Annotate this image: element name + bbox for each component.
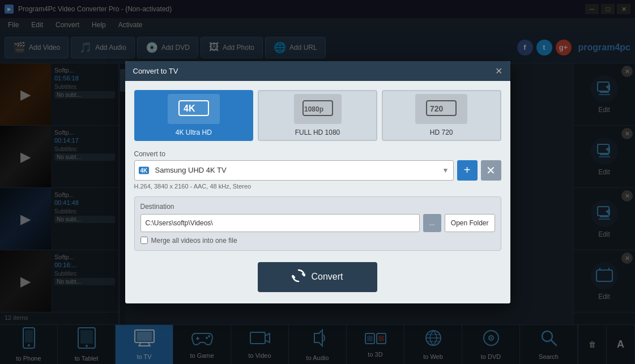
codec-info: H.264, 3840 x 2160 - AAC, 48 kHz, Stereo	[134, 183, 501, 190]
convert-button[interactable]: Convert	[258, 262, 377, 292]
convert-btn-wrap: Convert	[134, 258, 501, 294]
select-arrow-icon: ▼	[442, 166, 449, 174]
modal-close-button[interactable]: ✕	[495, 66, 502, 76]
4k-badge-icon: 4K	[139, 166, 150, 174]
convert-to-tv-modal: Convert to TV ✕ 4K 4K Ultra HD	[125, 61, 510, 303]
quality-4k-label: 4K Ultra HD	[176, 129, 212, 136]
merge-label: Merge all videos into one file	[151, 237, 237, 245]
modal-header: Convert to TV ✕	[125, 61, 510, 81]
quality-1080-label: FULL HD 1080	[295, 129, 340, 136]
open-folder-button[interactable]: Open Folder	[445, 214, 495, 232]
quality-1080-icon-wrap: 1080p	[294, 94, 342, 124]
convert-btn-label: Convert	[311, 272, 343, 282]
convert-svg	[292, 269, 305, 282]
modal-overlay: Convert to TV ✕ 4K 4K Ultra HD	[0, 0, 635, 364]
convert-select-wrap: 4K Samsung UHD 4K TV ▼	[134, 160, 454, 181]
modal-body: 4K 4K Ultra HD 1080p FULL HD 1080	[125, 81, 510, 303]
merge-row: Merge all videos into one file	[140, 237, 495, 245]
convert-to-section: Convert to 4K Samsung UHD 4K TV ▼ + ✕ H.…	[134, 150, 501, 190]
quality-720-button[interactable]: 720 HD 720	[382, 90, 501, 141]
destination-input[interactable]	[140, 214, 420, 232]
svg-text:1080p: 1080p	[304, 105, 323, 113]
add-profile-button[interactable]: +	[457, 160, 478, 181]
convert-to-select[interactable]: Samsung UHD 4K TV	[134, 160, 454, 181]
modal-title: Convert to TV	[133, 67, 178, 75]
convert-to-row: 4K Samsung UHD 4K TV ▼ + ✕	[134, 160, 501, 181]
quality-720-icon-wrap: 720	[415, 94, 467, 124]
quality-720-label: HD 720	[430, 129, 453, 136]
1080-icon: 1080p	[301, 99, 335, 118]
convert-to-label: Convert to	[134, 150, 501, 158]
merge-checkbox[interactable]	[140, 237, 148, 244]
720-icon: 720	[424, 99, 458, 118]
delete-profile-button[interactable]: ✕	[481, 160, 501, 181]
quality-4k-icon-wrap: 4K	[168, 94, 220, 124]
destination-row: ... Open Folder	[140, 214, 495, 232]
quality-options: 4K 4K Ultra HD 1080p FULL HD 1080	[134, 90, 501, 141]
quality-1080-button[interactable]: 1080p FULL HD 1080	[258, 90, 377, 141]
svg-text:720: 720	[430, 104, 444, 113]
svg-text:4K: 4K	[184, 104, 195, 113]
convert-icon	[292, 269, 305, 285]
destination-label: Destination	[140, 203, 495, 211]
4k-icon: 4K	[177, 99, 211, 118]
destination-section: Destination ... Open Folder Merge all vi…	[134, 196, 501, 251]
quality-4k-button[interactable]: 4K 4K Ultra HD	[134, 90, 254, 141]
browse-button[interactable]: ...	[423, 214, 441, 232]
